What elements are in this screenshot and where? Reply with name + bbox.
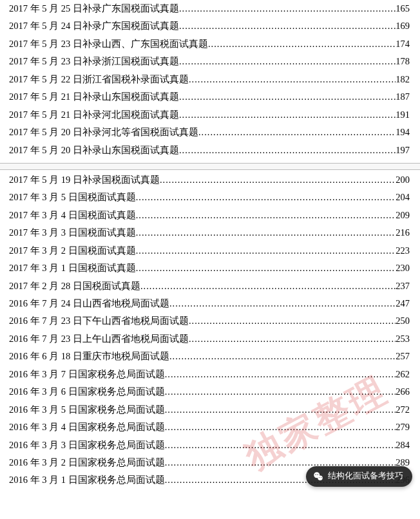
wechat-float-button[interactable]: 结构化面试备考技巧 (306, 466, 412, 487)
toc-entry-title: 2017 年 5 月 20 日补录山东国税面试真题 (9, 146, 179, 156)
toc-entry[interactable]: 2016 年 7 月 23 日下午山西省地税局面试题..............… (9, 316, 410, 326)
toc-entry[interactable]: 2017 年 5 月 23 日补录浙江国税面试真题...............… (9, 57, 410, 67)
toc-entry-page: 169 (396, 21, 410, 32)
toc-entry-title: 2017 年 5 月 23 日补录山西、广东国税面试真题 (9, 39, 208, 50)
toc-entry-title: 2016 年 7 月 23 日上午山西省地税局面试题 (9, 334, 189, 344)
toc-entry[interactable]: 2016 年 3 月 7 日国家税务总局面试题.................… (9, 370, 410, 380)
toc-entry[interactable]: 2017 年 5 月 22 日浙江省国税补录面试真题..............… (9, 75, 410, 85)
toc-dot-leader: ........................................… (169, 352, 396, 362)
svg-point-3 (318, 474, 319, 475)
toc-entry[interactable]: 2017 年 2 月 28 日国税面试真题...................… (9, 281, 410, 292)
toc-entry[interactable]: 2017 年 3 月 1 日国税面试真题....................… (9, 263, 410, 274)
toc-entry[interactable]: 2017 年 5 月 19 日补录国税面试真题.................… (9, 175, 410, 185)
svg-point-1 (318, 475, 323, 480)
toc-entry[interactable]: 2017 年 3 月 5 日国税面试真题....................… (9, 193, 410, 203)
toc-entry[interactable]: 2017 年 3 月 3 日国税面试真题....................… (9, 228, 410, 238)
toc-dot-leader: ........................................… (140, 281, 396, 292)
toc-dot-leader: ........................................… (179, 21, 396, 32)
toc-entry[interactable]: 2017 年 5 月 24 日补录广东国税面试真题...............… (9, 21, 410, 32)
toc-entry-page: 191 (396, 110, 410, 120)
toc-entry[interactable]: 2016 年 6 月 18 日重庆市地税局面试题................… (9, 352, 410, 362)
toc-entry-page: 182 (396, 75, 410, 85)
toc-dot-leader: ........................................… (179, 110, 396, 120)
toc-entry-title: 2017 年 5 月 24 日补录广东国税面试真题 (9, 21, 179, 32)
toc-entry-page: 194 (396, 127, 410, 138)
toc-dot-leader: ........................................… (189, 75, 396, 85)
toc-entry[interactable]: 2017 年 5 月 20 日补录河北等省国税面试真题.............… (9, 127, 410, 138)
toc-section-1: 2017 年 5 月 25 日补录广东国税面试真题...............… (9, 4, 410, 155)
toc-entry[interactable]: 2016 年 3 月 4 日国家税务总局面试题.................… (9, 422, 410, 433)
toc-entry-page: 262 (396, 370, 410, 380)
svg-point-5 (321, 477, 321, 478)
toc-entry-page: 284 (396, 440, 410, 451)
toc-entry-page: 247 (396, 299, 410, 309)
toc-entry-page: 165 (396, 4, 410, 14)
toc-dot-leader: ........................................… (165, 422, 396, 433)
toc-entry[interactable]: 2016 年 3 月 5 日国家税务总局面试题.................… (9, 405, 410, 415)
toc-entry[interactable]: 2017 年 3 月 2 日国税面试真题....................… (9, 246, 410, 256)
toc-entry-title: 2017 年 3 月 2 日国税面试真题 (9, 246, 136, 256)
toc-entry-title: 2017 年 3 月 3 日国税面试真题 (9, 228, 136, 238)
toc-entry-page: 216 (396, 228, 410, 238)
toc-entry-title: 2017 年 5 月 20 日补录河北等省国税面试真题 (9, 127, 198, 138)
toc-dot-leader: ........................................… (179, 92, 396, 102)
toc-dot-leader: ........................................… (165, 370, 396, 380)
wechat-float-label: 结构化面试备考技巧 (328, 471, 403, 482)
toc-entry-page: 230 (396, 263, 410, 274)
toc-entry-title: 2017 年 3 月 1 日国税面试真题 (9, 263, 136, 274)
toc-entry-page: 223 (396, 246, 410, 256)
toc-dot-leader: ........................................… (165, 405, 396, 415)
toc-entry-title: 2017 年 5 月 23 日补录浙江国税面试真题 (9, 57, 179, 67)
toc-entry[interactable]: 2016 年 3 月 6 日国家税务总局面试题.................… (9, 387, 410, 397)
toc-dot-leader: ........................................… (208, 39, 396, 50)
toc-dot-leader: ........................................… (136, 228, 396, 238)
toc-entry-page: 204 (396, 193, 410, 203)
toc-dot-leader: ........................................… (179, 146, 396, 156)
toc-entry-page: 178 (396, 57, 410, 67)
toc-entry[interactable]: 2016 年 7 月 23 日上午山西省地税局面试题..............… (9, 334, 410, 344)
toc-entry-page: 174 (396, 39, 410, 50)
svg-point-4 (319, 477, 320, 478)
wechat-icon (312, 471, 324, 482)
toc-entry-title: 2016 年 7 月 24 日山西省地税局面试题 (9, 299, 169, 309)
toc-entry[interactable]: 2017 年 3 月 4 日国税面试真题....................… (9, 211, 410, 221)
toc-entry[interactable]: 2017 年 5 月 23 日补录山西、广东国税面试真题............… (9, 39, 410, 50)
toc-section-2: 2017 年 5 月 19 日补录国税面试真题.................… (9, 175, 410, 486)
toc-entry-title: 2016 年 7 月 23 日下午山西省地税局面试题 (9, 316, 189, 326)
toc-entry[interactable]: 2017 年 5 月 21 日补录河北国税面试真题...............… (9, 110, 410, 120)
toc-entry-title: 2017 年 5 月 19 日补录国税面试真题 (9, 175, 160, 185)
toc-dot-leader: ........................................… (160, 175, 396, 185)
toc-entry-title: 2016 年 3 月 6 日国家税务总局面试题 (9, 387, 165, 397)
toc-dot-leader: ........................................… (169, 299, 396, 309)
toc-entry[interactable]: 2016 年 3 月 3 日国家税务总局面试题.................… (9, 440, 410, 451)
toc-entry-title: 2016 年 3 月 3 日国家税务总局面试题 (9, 440, 165, 451)
svg-point-2 (316, 474, 317, 475)
toc-entry-title: 2017 年 5 月 21 日补录山东国税面试真题 (9, 92, 179, 102)
toc-entry-page: 266 (396, 387, 410, 397)
toc-entry-page: 253 (396, 334, 410, 344)
toc-dot-leader: ........................................… (189, 334, 396, 344)
toc-entry-page: 237 (396, 281, 410, 292)
toc-entry-title: 2017 年 2 月 28 日国税面试真题 (9, 281, 140, 292)
toc-entry-page: 209 (396, 211, 410, 221)
toc-entry-title: 2016 年 3 月 5 日国家税务总局面试题 (9, 405, 165, 415)
toc-entry[interactable]: 2017 年 5 月 25 日补录广东国税面试真题...............… (9, 4, 410, 14)
toc-entry-page: 250 (396, 316, 410, 326)
toc-entry-page: 197 (396, 146, 410, 156)
toc-entry-title: 2017 年 3 月 5 日国税面试真题 (9, 193, 136, 203)
toc-entry[interactable]: 2017 年 5 月 20 日补录山东国税面试真题...............… (9, 146, 410, 156)
toc-entry-title: 2016 年 3 月 7 日国家税务总局面试题 (9, 370, 165, 380)
toc-dot-leader: ........................................… (165, 387, 396, 397)
toc-dot-leader: ........................................… (136, 263, 396, 274)
toc-dot-leader: ........................................… (165, 440, 396, 451)
toc-entry[interactable]: 2016 年 7 月 24 日山西省地税局面试题................… (9, 299, 410, 309)
toc-entry-title: 2016 年 3 月 4 日国家税务总局面试题 (9, 422, 165, 433)
toc-entry-title: 2016 年 3 月 1 日国家税务总局面试题 (9, 475, 165, 486)
toc-entry-title: 2016 年 6 月 18 日重庆市地税局面试题 (9, 352, 169, 362)
toc-entry-title: 2017 年 5 月 21 日补录河北国税面试真题 (9, 110, 179, 120)
toc-dot-leader: ........................................… (136, 246, 396, 256)
toc-entry[interactable]: 2017 年 5 月 21 日补录山东国税面试真题...............… (9, 92, 410, 102)
toc-entry-title: 2017 年 5 月 22 日浙江省国税补录面试真题 (9, 75, 189, 85)
toc-entry-page: 187 (396, 92, 410, 102)
toc-dot-leader: ........................................… (136, 211, 396, 221)
